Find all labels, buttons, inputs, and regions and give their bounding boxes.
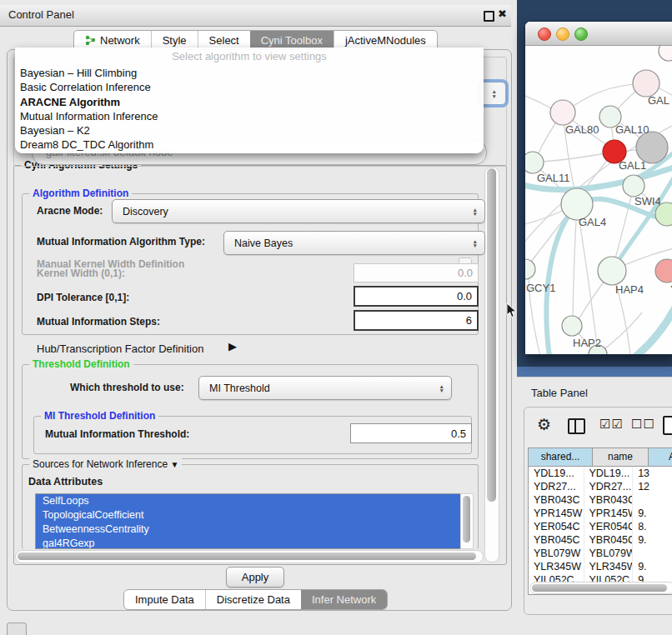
cell-value[interactable]: 9. [633,533,672,547]
attribute-item-selected[interactable]: SelfLoops [36,494,461,508]
cell-shared[interactable]: YBR043C [529,493,584,507]
cell-name[interactable]: YBL079W [584,547,634,560]
cell-value[interactable] [633,493,672,507]
cell-name[interactable]: YDR27... [584,480,634,493]
cell-name[interactable]: YPR145W [584,507,634,520]
node-gal11[interactable] [525,152,544,173]
close-window-icon[interactable] [538,28,551,41]
node-gcy1[interactable] [525,259,535,279]
mi-type-combobox[interactable]: Naive Bayes ▲▼ [223,231,485,255]
dropdown-prompt: Select algorithm to view settings [15,48,484,66]
node-salmon[interactable] [655,259,672,282]
algorithm-option[interactable]: Bayesian – Hill Climbing [15,66,484,80]
which-threshold-combobox[interactable]: MI Threshold ▲▼ [198,376,452,400]
cell-value[interactable]: 8. [633,520,672,533]
apply-button-label: Apply [242,571,269,583]
dpi-tolerance-field[interactable]: 0.0 [354,286,479,307]
column-header-shared-name[interactable]: shared... [529,448,593,467]
float-window-icon[interactable] [484,11,494,22]
sources-group-title[interactable]: Sources for Network Inference ▼ [29,458,182,470]
table-row[interactable]: YER054CYER054C8. [529,520,672,533]
mi-type-value: Naive Bayes [234,238,293,249]
mi-threshold-field[interactable]: 0.5 [350,423,472,443]
data-attributes-label: Data Attributes [28,476,103,488]
cell-value[interactable]: 13 [633,467,672,480]
table-row[interactable]: YBR043CYBR043C [529,493,672,507]
cell-shared[interactable]: YDR27... [529,480,584,493]
network-view-window[interactable]: GAL GAL80 GAL10 GAL1 GAL11 GAL4 SWI4 GCY… [524,21,672,355]
algorithm-option[interactable]: Dream8 DC_TDC Algorithm [15,138,484,152]
cell-shared[interactable]: YBR045C [529,533,584,547]
tab-infer-network[interactable]: Infer Network [301,590,387,609]
kernel-width-field[interactable]: 0.0 [354,263,479,282]
expand-arrow-icon[interactable]: ▶ [228,340,237,352]
cell-shared[interactable]: YER054C [529,520,584,533]
algorithm-option[interactable]: Basic Correlation Inference [15,80,484,94]
node-label: GAL10 [615,123,649,136]
cell-shared[interactable]: YLR345W [529,560,584,573]
cell-name[interactable]: YBR043C [584,493,634,507]
cell-name[interactable]: YLR345W [584,560,634,573]
node-hap2[interactable] [562,316,582,336]
tab-impute-data[interactable]: Impute Data [124,590,205,609]
close-panel-icon[interactable]: ✖ [498,8,507,20]
node-label: HAP4 [615,283,644,296]
minimize-window-icon[interactable] [556,28,569,41]
cell-value[interactable]: 12 [633,480,672,493]
table-scrollbar-thumb[interactable] [532,584,667,592]
table-row[interactable]: YPR145WYPR145W9. [529,507,672,520]
columns-icon[interactable] [568,418,585,434]
node-label: GAL [648,94,669,107]
table-row[interactable]: YDR27...YDR27...12 [529,480,672,493]
select-all-checkboxes-icon[interactable]: ☑☑ [599,417,624,432]
attributes-list-scrollbar[interactable] [460,493,474,549]
cell-shared[interactable]: YDL19... [529,467,584,480]
collapsed-panel-button[interactable] [7,622,27,635]
table-horizontal-scrollbar[interactable] [529,582,672,594]
cell-value[interactable]: 9. [633,560,672,573]
network-canvas[interactable]: GAL GAL80 GAL10 GAL1 GAL11 GAL4 SWI4 GCY… [525,46,672,354]
attribute-item-selected[interactable]: TopologicalCoefficient [36,508,461,522]
apply-button[interactable]: Apply [226,567,284,588]
cell-name[interactable]: YER054C [584,520,634,533]
cell-name[interactable]: YBR045C [584,533,634,547]
tab-discretize-data[interactable]: Discretize Data [205,590,301,609]
network-graph: GAL GAL80 GAL10 GAL1 GAL11 GAL4 SWI4 GCY… [525,46,672,354]
algorithm-option-selected[interactable]: ARACNE Algorithm [15,95,484,109]
node-hap4[interactable] [598,257,626,285]
deselect-all-checkboxes-icon[interactable]: ☐☐ [631,417,655,432]
column-header-clipped[interactable]: A [649,448,672,467]
table-row[interactable]: YDL19...YDL19...13 [529,467,672,480]
table-row[interactable]: YBR045CYBR045C9. [529,533,672,547]
maximize-window-icon[interactable] [574,28,588,41]
cell-name[interactable]: YDL19... [584,467,634,480]
node-label: GAL1 [619,159,646,172]
table-row[interactable]: YBL079WYBL079W [529,547,672,560]
algorithm-option[interactable]: Bayesian – K2 [15,123,484,138]
cell-shared[interactable]: YPR145W [529,507,584,520]
settings-vertical-scrollbar[interactable] [484,167,499,562]
mi-steps-field[interactable]: 6 [354,310,479,331]
attribute-item-selected[interactable]: BetweennessCentrality [36,522,461,537]
vertical-scrollbar-thumb[interactable] [487,168,496,502]
horizontal-scrollbar-thumb[interactable] [18,552,476,560]
node-gal80[interactable] [550,100,575,125]
column-header-name[interactable]: name [593,448,649,467]
node-unlabeled[interactable] [659,46,672,61]
new-table-icon[interactable] [663,416,672,435]
attributes-scrollbar-thumb[interactable] [463,496,470,542]
table-row[interactable]: YLR345WYLR345W9. [529,560,672,573]
gear-icon[interactable]: ⚙ [537,415,551,434]
hub-section-label[interactable]: Hub/Transcription Factor Definition [37,342,203,355]
node-swi4[interactable] [623,175,644,197]
node-gal2[interactable] [633,70,659,97]
algorithm-combobox-stepper[interactable]: ▲▼ [480,82,506,105]
aracne-mode-combobox[interactable]: Discovery ▲▼ [112,199,485,223]
network-window-titlebar[interactable] [525,22,672,46]
cell-value[interactable]: 9. [633,507,672,520]
settings-horizontal-scrollbar[interactable] [15,550,484,563]
cell-shared[interactable]: YBL079W [529,547,584,560]
attribute-item-selected[interactable]: gal4RGexp [36,537,461,549]
cell-value[interactable] [633,547,672,560]
algorithm-option[interactable]: Mutual Information Inference [15,109,484,123]
